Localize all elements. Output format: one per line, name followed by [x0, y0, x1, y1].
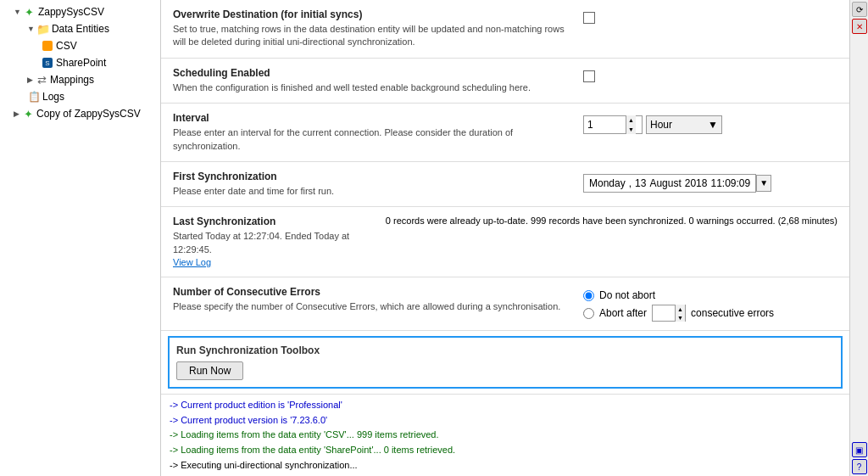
interval-spinner[interactable]: ▲ ▼	[583, 115, 643, 134]
folder-icon: 📁	[36, 22, 50, 36]
help-button[interactable]: ?	[852, 459, 867, 474]
do-not-abort-row: Do not abort	[583, 289, 655, 301]
interval-unit-label: Hour	[650, 119, 672, 131]
toolbox-section: Run Synchronization Toolbox Run Now	[168, 336, 843, 389]
sidebar-item-label: Copy of ZappySysCSV	[36, 108, 141, 120]
calendar-button[interactable]: ▼	[756, 175, 771, 192]
sidebar-item-data-entities[interactable]: ▼ 📁 Data Entities	[0, 20, 160, 37]
run-now-button[interactable]: Run Now	[176, 361, 243, 380]
scheduling-title: Scheduling Enabled	[173, 67, 573, 79]
first-sync-desc: Please enter date and time for first run…	[173, 185, 573, 198]
star-icon: ✦	[23, 5, 36, 19]
log-line-3: -> Loading items from the data entity 'C…	[170, 428, 841, 443]
sidebar-item-label: ZappySysCSV	[38, 6, 104, 18]
first-sync-date: 13	[635, 177, 646, 189]
refresh-button[interactable]: ⟳	[852, 2, 867, 17]
interval-title: Interval	[173, 112, 573, 124]
sidebar-item-copy-zappysyscsv[interactable]: ▶ ✦ Copy of ZappySysCSV	[0, 105, 160, 122]
star-icon: ✦	[21, 107, 35, 120]
sidebar: ▼ ✦ ZappySysCSV ▼ 📁 Data Entities CSV S …	[0, 0, 161, 476]
chevron-right-icon: ▶	[27, 76, 33, 84]
sharepoint-icon: S	[41, 56, 54, 70]
abort-down-arrow[interactable]: ▼	[676, 313, 685, 322]
overwrite-section: Overwrite Destination (for initial syncs…	[161, 0, 849, 59]
last-sync-title: Last Synchronization	[173, 216, 376, 227]
log-line-2: -> Current product version is '7.23.6.0'	[170, 413, 841, 428]
right-toolbar: ⟳ ✕ ▣ ?	[849, 0, 868, 476]
consecutive-errors-label: consecutive errors	[691, 307, 774, 319]
interval-up-arrow[interactable]: ▲	[626, 115, 636, 125]
main-content: Overwrite Destination (for initial syncs…	[161, 0, 849, 476]
interval-section: Interval Please enter an interval for th…	[161, 104, 849, 162]
first-sync-date-display: Monday , 13 August 2018 11:09:09	[583, 174, 756, 193]
overwrite-title: Overwrite Destination (for initial syncs…	[173, 8, 573, 20]
sidebar-item-logs[interactable]: 📋 Logs	[0, 88, 160, 105]
first-sync-time: 11:09:09	[710, 177, 750, 189]
consecutive-errors-title: Number of Consecutive Errors	[173, 286, 573, 298]
consecutive-errors-section: Number of Consecutive Errors Please spec…	[161, 277, 849, 331]
last-sync-status: 0 records were already up-to-date. 999 r…	[386, 216, 837, 226]
do-not-abort-label: Do not abort	[599, 289, 655, 301]
chevron-down-icon: ▼	[14, 8, 21, 16]
log-line-1: -> Current product edition is 'Professio…	[170, 398, 841, 413]
abort-after-row: Abort after ▲ ▼ consecutive errors	[583, 305, 774, 322]
sidebar-item-mappings[interactable]: ▶ ⇄ Mappings	[0, 71, 160, 88]
do-not-abort-radio[interactable]	[583, 290, 594, 301]
first-sync-section: First Synchronization Please enter date …	[161, 162, 849, 207]
sidebar-item-csv[interactable]: CSV	[0, 37, 160, 54]
interval-desc: Please enter an interval for the current…	[173, 126, 573, 153]
csv-icon	[41, 39, 54, 53]
abort-after-radio[interactable]	[583, 308, 594, 319]
sidebar-item-label: Logs	[42, 91, 64, 103]
overwrite-desc: Set to true, matching rows in the data d…	[173, 23, 573, 49]
abort-up-arrow[interactable]: ▲	[676, 305, 685, 313]
close-button[interactable]: ✕	[852, 19, 867, 34]
sidebar-item-zappysyscsv[interactable]: ▼ ✦ ZappySysCSV	[0, 3, 160, 20]
log-line-5: -> Executing uni-directional synchroniza…	[170, 458, 841, 473]
interval-input[interactable]	[587, 119, 626, 131]
overwrite-checkbox[interactable]	[583, 12, 595, 24]
abort-after-spinner[interactable]: ▲ ▼	[652, 305, 686, 322]
first-sync-day: Monday	[589, 177, 626, 189]
scheduling-section: Scheduling Enabled When the configuratio…	[161, 59, 849, 104]
sidebar-item-label: Mappings	[50, 74, 94, 86]
mappings-icon: ⇄	[35, 73, 48, 87]
first-sync-month: August	[649, 177, 681, 189]
interval-down-arrow[interactable]: ▼	[626, 125, 636, 134]
chevron-down-icon: ▼	[27, 25, 35, 33]
log-output: -> Current product edition is 'Professio…	[161, 394, 849, 476]
interval-unit-select[interactable]: Hour ▼	[646, 115, 722, 134]
log-line-6: -> Instructing data entity 'SharePoint' …	[170, 473, 841, 476]
calendar-icon: ▼	[760, 178, 768, 188]
abort-after-label: Abort after	[599, 307, 647, 319]
scheduling-checkbox[interactable]	[583, 70, 595, 82]
sidebar-item-sharepoint[interactable]: S SharePoint	[0, 54, 160, 71]
first-sync-title: First Synchronization	[173, 171, 573, 182]
sidebar-item-label: Data Entities	[52, 23, 109, 35]
scheduling-desc: When the configuration is finished and w…	[173, 81, 573, 94]
log-icon: 📋	[27, 90, 41, 104]
log-line-4: -> Loading items from the data entity 'S…	[170, 443, 841, 458]
last-sync-section: Last Synchronization Started Today at 12…	[161, 207, 849, 277]
chevron-right-icon: ▶	[14, 109, 19, 118]
sidebar-item-label: CSV	[56, 40, 77, 52]
toolbox-title: Run Synchronization Toolbox	[176, 344, 834, 356]
last-sync-desc1: Started Today at 12:27:04. Ended Today a…	[173, 230, 376, 256]
view-button[interactable]: ▣	[852, 442, 867, 457]
chevron-down-icon: ▼	[708, 119, 718, 131]
abort-after-input[interactable]	[653, 307, 675, 319]
consecutive-errors-desc: Please specify the number of Consecutive…	[173, 300, 573, 313]
sidebar-item-label: SharePoint	[56, 57, 106, 69]
view-log-link[interactable]: View Log	[173, 257, 211, 267]
first-sync-year: 2018	[685, 177, 708, 189]
